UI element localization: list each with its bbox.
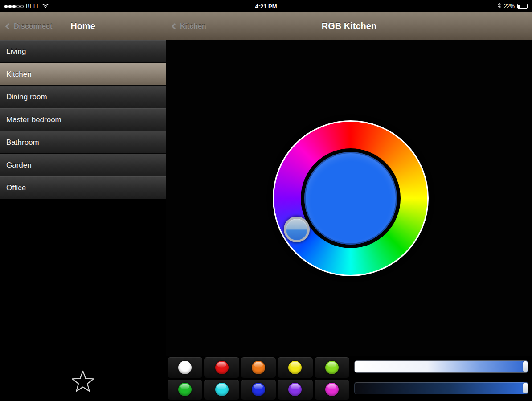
- disconnect-label: Disconnect: [14, 22, 52, 30]
- green-swatch: [178, 383, 192, 396]
- sidebar-item-master-bedroom[interactable]: Master bedroom: [0, 108, 166, 131]
- detail-title: RGB Kitchen: [166, 21, 532, 31]
- color-wheel[interactable]: [273, 120, 429, 276]
- blue-swatch: [252, 383, 265, 396]
- preset-button-yellow[interactable]: [277, 357, 313, 378]
- clock: 4:21 PM: [0, 3, 532, 10]
- sidebar-header: Disconnect Home: [0, 12, 166, 40]
- sidebar-item-dining-room[interactable]: Dining room: [0, 86, 166, 108]
- brightness-slider-thumb[interactable]: [523, 361, 528, 372]
- color-canvas: [166, 40, 532, 356]
- favorites-button[interactable]: [0, 365, 166, 399]
- saturation-slider[interactable]: [354, 382, 528, 394]
- detail-header: Kitchen RGB Kitchen: [166, 12, 532, 40]
- battery-percent: 22%: [504, 3, 515, 9]
- kitchen-back-label: Kitchen: [180, 22, 206, 30]
- preset-button-orange[interactable]: [241, 357, 276, 378]
- slider-column: [351, 356, 532, 401]
- sidebar-item-office[interactable]: Office: [0, 176, 166, 199]
- color-wheel-knob[interactable]: [284, 217, 310, 242]
- preset-button-red[interactable]: [204, 357, 239, 378]
- color-controls: [166, 356, 532, 401]
- saturation-slider-thumb[interactable]: [523, 383, 528, 393]
- brightness-slider[interactable]: [354, 360, 528, 373]
- preset-button-cyan[interactable]: [204, 379, 239, 401]
- back-chevron-icon: [5, 23, 12, 29]
- preset-button-magenta[interactable]: [314, 379, 350, 401]
- bluetooth-icon: [497, 3, 501, 10]
- preset-button-lime[interactable]: [314, 357, 350, 378]
- sidebar-item-garden[interactable]: Garden: [0, 154, 166, 176]
- back-chevron-icon: [172, 23, 178, 29]
- selected-color-preview: [304, 152, 397, 245]
- orange-swatch: [252, 361, 265, 374]
- magenta-swatch: [325, 383, 339, 396]
- preset-button-purple[interactable]: [277, 379, 313, 401]
- star-icon: [70, 369, 95, 395]
- battery-fill: [518, 5, 520, 8]
- detail-panel: Kitchen RGB Kitchen: [166, 12, 532, 401]
- preset-button-blue[interactable]: [241, 379, 276, 401]
- room-list: Living Kitchen Dining room Master bedroo…: [0, 40, 166, 199]
- red-swatch: [215, 361, 229, 374]
- sidebar-item-bathroom[interactable]: Bathroom: [0, 131, 166, 154]
- purple-swatch: [288, 383, 302, 396]
- cyan-swatch: [215, 383, 229, 396]
- lime-swatch: [325, 361, 339, 374]
- yellow-swatch: [288, 361, 302, 374]
- preset-button-white[interactable]: [167, 357, 203, 378]
- battery-icon: [517, 4, 528, 9]
- sidebar-item-kitchen[interactable]: Kitchen: [0, 63, 166, 86]
- disconnect-back-button[interactable]: Disconnect: [6, 22, 52, 30]
- app-screen: BELL 4:21 PM 22%: [0, 0, 532, 401]
- white-swatch: [178, 361, 192, 374]
- preset-swatches: [166, 356, 351, 401]
- status-bar: BELL 4:21 PM 22%: [0, 0, 532, 12]
- sidebar-item-living[interactable]: Living: [0, 40, 166, 63]
- preset-button-green[interactable]: [167, 379, 203, 401]
- sidebar: Disconnect Home Living Kitchen Dining ro…: [0, 12, 166, 401]
- kitchen-back-button[interactable]: Kitchen: [172, 22, 206, 30]
